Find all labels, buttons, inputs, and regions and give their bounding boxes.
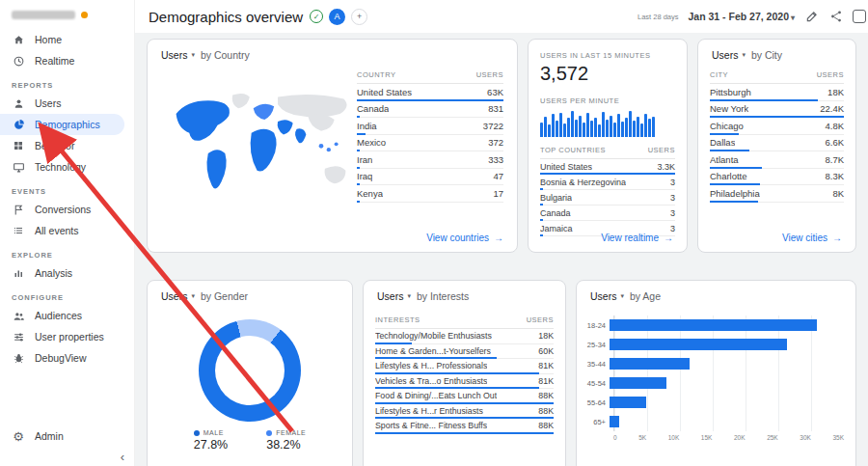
view-realtime-link[interactable]: View realtime → (601, 233, 673, 243)
sidebar-item-user-properties[interactable]: User properties (0, 326, 134, 347)
table-row: Sports & Fitne... Fitness Buffs 88K (375, 419, 554, 434)
interest-users: 88K (532, 406, 554, 416)
map-india (295, 128, 306, 143)
sidebar-item-users[interactable]: Users (0, 93, 134, 114)
insights-icon[interactable] (853, 10, 866, 23)
arrow-right-icon: → (664, 233, 673, 243)
sidebar-item-conversions[interactable]: Conversions (0, 199, 134, 220)
arrow-right-icon: → (832, 233, 842, 243)
table-row: Chicago 4.8K (710, 118, 844, 135)
interest-name: Vehicles & Tra...o Enthusiasts (375, 376, 487, 386)
account-switcher[interactable] (0, 0, 134, 29)
arrow-right-icon: → (494, 233, 503, 243)
sidebar-item-analysis[interactable]: Analysis (0, 262, 134, 284)
country-name: Bulgaria (540, 193, 572, 203)
chevron-down-icon: ▾ (191, 292, 195, 300)
sidebar-item-label: Conversions (35, 204, 91, 215)
sidebar-item-home[interactable]: Home (0, 29, 134, 50)
country-users: 372 (482, 137, 503, 148)
metric-dropdown[interactable]: Users (590, 290, 616, 302)
sidebar-section-explore: EXPLORE (0, 241, 134, 262)
view-countries-link[interactable]: View countries → (426, 233, 503, 243)
interest-users: 18K (532, 331, 554, 341)
sidebar-item-all-events[interactable]: All events (0, 220, 134, 241)
dimension-label: by Country (201, 49, 250, 61)
column-header: CITY (710, 70, 728, 79)
sidebar-collapse-button[interactable]: ‹ (121, 450, 124, 464)
country-name: Canada (540, 208, 571, 218)
age-bar (610, 377, 666, 389)
sliders-icon (12, 330, 25, 343)
sidebar-item-debugview[interactable]: DebugView (0, 347, 134, 369)
card-title: Users ▾ by Country (148, 40, 517, 63)
sidebar: Home Realtime REPORTS Users Demographics (0, 0, 135, 466)
country-users: 3 (665, 193, 675, 203)
city-users: 18K (822, 87, 844, 97)
users-per-minute-label: USERS PER MINUTE (540, 96, 675, 105)
sidebar-item-admin[interactable]: ⚙ Admin (0, 425, 134, 447)
edit-report-icon[interactable] (804, 10, 819, 24)
axis-tick-label: 30K (800, 434, 811, 441)
row-value-bar (375, 432, 554, 434)
sidebar-item-audiences[interactable]: Audiences (0, 305, 134, 326)
sidebar-section-reports: REPORTS (0, 71, 134, 93)
interest-users: 81K (532, 376, 554, 386)
row-value-bar (357, 201, 360, 203)
metric-dropdown[interactable]: Users (377, 290, 403, 302)
age-bucket-label: 25-34 (577, 341, 610, 349)
dimension-label: by Gender (201, 290, 248, 302)
country-name: Kenya (357, 188, 383, 199)
table-row: New York 22.4K (710, 101, 844, 119)
male-label: MALE (203, 429, 224, 436)
map-island (335, 142, 339, 146)
table-header: COUNTRY USERS (357, 70, 503, 84)
grid-icon (12, 139, 25, 152)
age-bucket-label: 18-24 (577, 321, 610, 330)
table-row: Iraq 47 (357, 169, 503, 186)
view-cities-link[interactable]: View cities → (782, 233, 842, 243)
sidebar-item-label: Analysis (35, 267, 72, 279)
sidebar-item-realtime[interactable]: Realtime (0, 50, 134, 71)
table-row: Atlanta 8.7K (710, 151, 844, 169)
city-name: Atlanta (710, 154, 739, 165)
age-bar-row: 18-24 (577, 315, 855, 335)
dimension-label: by Interests (417, 290, 469, 302)
sidebar-admin: ⚙ Admin (0, 425, 134, 447)
city-name: Philadelphia (710, 188, 760, 199)
bar-chart-icon (12, 266, 25, 280)
sidebar-item-behavior[interactable]: Behavior (0, 135, 134, 156)
country-name: Canada (357, 103, 389, 114)
metric-dropdown[interactable]: Users (161, 290, 187, 302)
map-africa (251, 129, 277, 172)
table-row: Food & Dining/...Eats Lunch Out 88K (375, 389, 554, 404)
city-table: CITY USERS Pittsburgh 18K New York 22.4K (710, 70, 844, 203)
segment-chip-all-users[interactable]: A (329, 9, 345, 25)
country-users: 47 (487, 171, 503, 181)
sidebar-item-technology[interactable]: Technology (0, 156, 134, 178)
metric-dropdown[interactable]: Users (161, 49, 187, 61)
interest-users: 81K (532, 361, 554, 370)
metric-dropdown[interactable]: Users (712, 49, 738, 61)
table-row: Bosnia & Herzegovina 3 (540, 175, 675, 190)
column-header: USERS (476, 70, 503, 79)
table-row: Vehicles & Tra...o Enthusiasts 81K (375, 374, 554, 390)
add-comparison-button[interactable]: + (351, 9, 367, 25)
share-icon[interactable] (828, 10, 843, 24)
column-header: USERS (527, 315, 554, 324)
legend-item-female: FEMALE 38.2% (266, 429, 306, 452)
home-icon (12, 33, 25, 46)
interest-name: Food & Dining/...Eats Lunch Out (375, 391, 497, 400)
chevron-down-icon: ▾ (620, 292, 624, 300)
table-row: Canada 831 (357, 101, 503, 119)
table-row: Bulgaria 3 (540, 190, 675, 206)
age-bar-row: 25-34 (577, 335, 855, 354)
city-name: New York (710, 103, 748, 114)
date-range-preset-label: Last 28 days (637, 13, 679, 21)
table-header: TOP COUNTRIES USERS (540, 146, 675, 159)
sidebar-item-demographics[interactable]: Demographics (0, 114, 124, 135)
map-island (319, 144, 324, 149)
date-range-picker[interactable]: Jan 31 - Feb 27, 2020▾ (689, 11, 796, 22)
header-right: Last 28 days Jan 31 - Feb 27, 2020▾ (637, 10, 854, 24)
row-value-bar (540, 234, 543, 236)
interest-name: Lifestyles & H...r Enthusiasts (375, 406, 483, 416)
